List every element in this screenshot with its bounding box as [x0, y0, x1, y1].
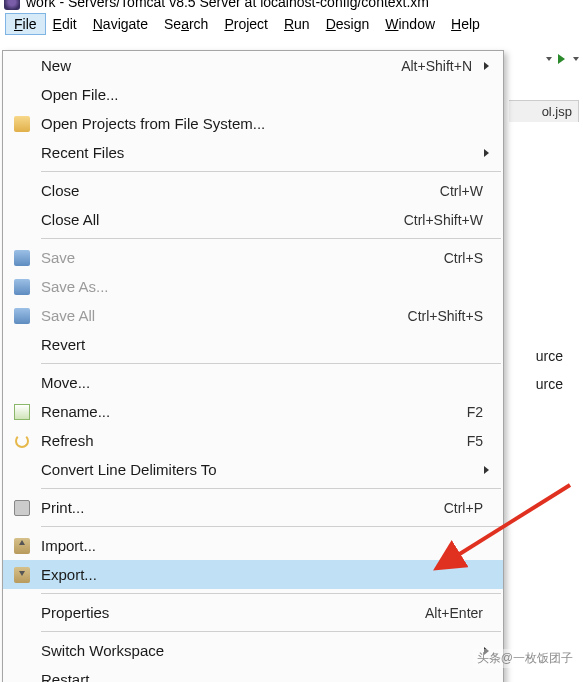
menu-item-shortcut: Alt+Enter — [425, 605, 489, 621]
menu-item-label: Refresh — [41, 432, 467, 449]
save-icon — [3, 279, 41, 295]
menu-separator — [41, 526, 501, 527]
editor-tab-fragment[interactable]: ol.jsp — [509, 100, 579, 122]
export-icon — [3, 567, 41, 583]
menu-item-label: Close All — [41, 211, 404, 228]
tree-item-fragment: urce — [536, 376, 563, 392]
menu-separator — [41, 238, 501, 239]
menu-item-label: Restart — [41, 671, 489, 682]
menu-item-close-all[interactable]: Close AllCtrl+Shift+W — [3, 205, 503, 234]
toolbar-fragment — [544, 54, 579, 64]
menu-item-shortcut: F5 — [467, 433, 489, 449]
menu-item-label: Save As... — [41, 278, 489, 295]
menu-item-open-projects-from-file-system[interactable]: Open Projects from File System... — [3, 109, 503, 138]
tree-item-fragment: urce — [536, 348, 563, 364]
refresh-icon — [3, 433, 41, 449]
menu-item-shortcut: Ctrl+Shift+S — [408, 308, 489, 324]
run-icon[interactable] — [558, 54, 565, 64]
menu-item-recent-files[interactable]: Recent Files — [3, 138, 503, 167]
menu-item-shortcut: Ctrl+W — [440, 183, 489, 199]
menu-search[interactable]: Search — [156, 14, 216, 34]
menu-item-label: New — [41, 57, 401, 74]
menu-item-new[interactable]: NewAlt+Shift+N — [3, 51, 503, 80]
save-icon — [3, 308, 41, 324]
menu-item-label: Revert — [41, 336, 489, 353]
menu-item-close[interactable]: CloseCtrl+W — [3, 176, 503, 205]
menu-item-label: Close — [41, 182, 440, 199]
menu-separator — [41, 593, 501, 594]
submenu-arrow-icon — [484, 466, 489, 474]
menu-item-label: Convert Line Delimiters To — [41, 461, 478, 478]
menu-item-properties[interactable]: PropertiesAlt+Enter — [3, 598, 503, 627]
menu-help[interactable]: Help — [443, 14, 488, 34]
rename-icon — [3, 404, 41, 420]
menu-navigate[interactable]: Navigate — [85, 14, 156, 34]
menu-file[interactable]: File — [6, 14, 45, 34]
folder-icon — [3, 116, 41, 132]
menu-item-revert[interactable]: Revert — [3, 330, 503, 359]
menu-item-label: Print... — [41, 499, 444, 516]
menu-item-rename[interactable]: Rename...F2 — [3, 397, 503, 426]
menu-run[interactable]: Run — [276, 14, 318, 34]
menu-item-move[interactable]: Move... — [3, 368, 503, 397]
menu-design[interactable]: Design — [318, 14, 378, 34]
run-dropdown-arrow[interactable] — [573, 57, 579, 61]
toolbar-dropdown-arrow[interactable] — [546, 57, 552, 61]
menu-item-save[interactable]: SaveCtrl+S — [3, 243, 503, 272]
import-icon — [3, 538, 41, 554]
menu-separator — [41, 363, 501, 364]
menu-project[interactable]: Project — [216, 14, 276, 34]
eclipse-app-icon — [4, 0, 20, 10]
save-icon — [3, 250, 41, 266]
menu-item-label: Recent Files — [41, 144, 478, 161]
menu-item-print[interactable]: Print...Ctrl+P — [3, 493, 503, 522]
menu-item-shortcut: Alt+Shift+N — [401, 58, 478, 74]
menu-item-label: Open File... — [41, 86, 489, 103]
watermark-text: 头条@一枚饭团子 — [473, 649, 577, 668]
menu-item-open-file[interactable]: Open File... — [3, 80, 503, 109]
menu-item-restart[interactable]: Restart — [3, 665, 503, 682]
menu-item-label: Save All — [41, 307, 408, 324]
main-menubar: FileEditNavigateSearchProjectRunDesignWi… — [0, 10, 583, 38]
menu-item-label: Switch Workspace — [41, 642, 478, 659]
menu-item-label: Save — [41, 249, 444, 266]
menu-item-label: Move... — [41, 374, 489, 391]
menu-item-shortcut: Ctrl+P — [444, 500, 489, 516]
menu-item-save-as[interactable]: Save As... — [3, 272, 503, 301]
submenu-arrow-icon — [484, 149, 489, 157]
menu-item-refresh[interactable]: RefreshF5 — [3, 426, 503, 455]
window-titlebar: work - Servers/Tomcat v8.5 Server at loc… — [0, 0, 583, 10]
editor-area-fragment: ol.jsp — [509, 100, 579, 122]
menu-window[interactable]: Window — [377, 14, 443, 34]
menu-item-label: Export... — [41, 566, 489, 583]
menu-item-export[interactable]: Export... — [3, 560, 503, 589]
menu-item-shortcut: Ctrl+Shift+W — [404, 212, 489, 228]
print-icon — [3, 500, 41, 516]
menu-item-save-all[interactable]: Save AllCtrl+Shift+S — [3, 301, 503, 330]
menu-item-convert-line-delimiters-to[interactable]: Convert Line Delimiters To — [3, 455, 503, 484]
menu-item-label: Import... — [41, 537, 489, 554]
menu-item-shortcut: F2 — [467, 404, 489, 420]
menu-separator — [41, 171, 501, 172]
menu-item-import[interactable]: Import... — [3, 531, 503, 560]
submenu-arrow-icon — [484, 62, 489, 70]
menu-item-shortcut: Ctrl+S — [444, 250, 489, 266]
menu-item-label: Open Projects from File System... — [41, 115, 489, 132]
menu-item-switch-workspace[interactable]: Switch Workspace — [3, 636, 503, 665]
menu-edit[interactable]: Edit — [45, 14, 85, 34]
window-title: work - Servers/Tomcat v8.5 Server at loc… — [26, 0, 429, 10]
menu-item-label: Rename... — [41, 403, 467, 420]
file-menu-dropdown: NewAlt+Shift+NOpen File...Open Projects … — [2, 50, 504, 682]
menu-separator — [41, 488, 501, 489]
menu-item-label: Properties — [41, 604, 425, 621]
menu-separator — [41, 631, 501, 632]
